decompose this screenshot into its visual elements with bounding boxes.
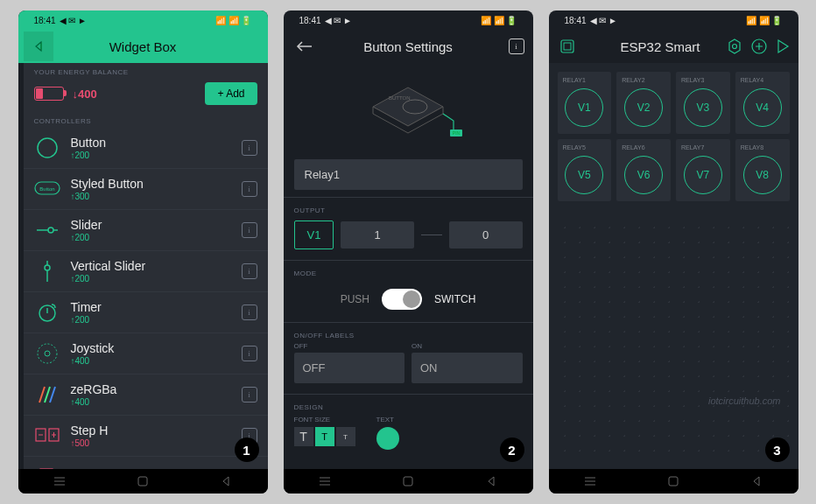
- info-icon[interactable]: i: [242, 140, 257, 156]
- color-picker[interactable]: [376, 427, 399, 450]
- relay-button[interactable]: V6: [624, 156, 663, 194]
- font-large-button[interactable]: T: [294, 427, 313, 446]
- add-icon[interactable]: [751, 38, 767, 54]
- back-nav-icon[interactable]: [221, 476, 231, 486]
- svg-point-0: [38, 138, 57, 158]
- relay-label: RELAY6: [620, 144, 644, 150]
- relay-widget-7[interactable]: RELAY7V7: [676, 139, 730, 201]
- relay-button[interactable]: V7: [684, 156, 722, 194]
- screen3-content: RELAY1V1 RELAY2V2 RELAY3V3 RELAY4V4 RELA…: [549, 63, 798, 469]
- svg-rect-35: [564, 43, 571, 50]
- svg-line-13: [50, 387, 55, 402]
- page-title: ESP32 Smart: [621, 39, 700, 54]
- balance-row: ↓400 + Add: [24, 79, 268, 112]
- home-icon[interactable]: [668, 476, 679, 486]
- font-medium-button[interactable]: T: [315, 427, 334, 446]
- relay-widget-3[interactable]: RELAY3V3: [676, 72, 730, 134]
- relay-button[interactable]: V1: [565, 88, 603, 127]
- add-button[interactable]: + Add: [205, 82, 257, 105]
- joystick-icon: [34, 340, 60, 367]
- divider: [284, 322, 533, 323]
- svg-line-11: [39, 387, 45, 402]
- relay-widget-5[interactable]: RELAY5V5: [558, 139, 612, 201]
- app-bar: Button Settings i: [284, 30, 533, 63]
- settings-icon[interactable]: [727, 38, 742, 54]
- svg-rect-34: [561, 40, 573, 52]
- back-nav-icon[interactable]: [486, 476, 496, 486]
- widget-cost: ↑200: [71, 274, 231, 284]
- font-size-label: FONT SIZE: [294, 416, 355, 424]
- info-icon[interactable]: i: [242, 222, 257, 238]
- widget-name: Styled Button: [71, 177, 231, 191]
- relay-grid: RELAY1V1 RELAY2V2 RELAY3V3 RELAY4V4 RELA…: [549, 63, 798, 210]
- page-title: Widget Box: [109, 39, 177, 54]
- battery-icon: [34, 87, 64, 101]
- pin-selector[interactable]: V1: [294, 220, 334, 249]
- home-icon[interactable]: [403, 476, 413, 486]
- play-icon[interactable]: [776, 38, 790, 54]
- relay-label: RELAY3: [679, 77, 704, 83]
- relay-button[interactable]: V4: [743, 88, 782, 127]
- app-bar: Widget Box: [18, 30, 268, 63]
- svg-rect-24: [138, 477, 147, 486]
- widget-cost: ↑200: [71, 233, 231, 242]
- off-value-input[interactable]: OFF: [294, 353, 405, 383]
- relay-widget-4[interactable]: RELAY4V4: [735, 72, 790, 134]
- page-title: Button Settings: [363, 39, 453, 54]
- info-icon[interactable]: i: [242, 263, 257, 279]
- home-icon[interactable]: [137, 476, 148, 486]
- menu-icon[interactable]: [54, 476, 65, 486]
- relay-widget-2[interactable]: RELAY2V2: [616, 72, 671, 134]
- divider: [284, 394, 533, 395]
- output-section-label: OUTPUT: [284, 201, 533, 217]
- svg-point-9: [38, 344, 57, 363]
- back-arrow-icon[interactable]: [296, 40, 313, 52]
- widget-step-h[interactable]: Step H↑500 i: [24, 416, 268, 457]
- layout-icon[interactable]: [559, 38, 575, 54]
- relay-widget-6[interactable]: RELAY6V6: [616, 139, 671, 201]
- widget-timer[interactable]: Timer↑200 i: [24, 292, 268, 333]
- font-small-button[interactable]: T: [336, 427, 355, 446]
- step-badge: 3: [765, 438, 790, 462]
- styled-button-icon: Button: [34, 176, 60, 202]
- info-icon[interactable]: i: [242, 181, 257, 197]
- back-button[interactable]: [24, 32, 53, 61]
- back-nav-icon[interactable]: [751, 476, 762, 486]
- info-icon[interactable]: i: [242, 304, 257, 320]
- widget-slider[interactable]: Slider↑200 i: [24, 210, 268, 251]
- relay-widget-1[interactable]: RELAY1V1: [558, 72, 612, 134]
- on-value-input[interactable]: ON: [412, 353, 523, 383]
- relay-button[interactable]: V3: [684, 88, 722, 127]
- relay-button[interactable]: V2: [624, 88, 663, 127]
- info-icon[interactable]: i: [242, 387, 257, 402]
- widget-name: Timer: [71, 300, 231, 314]
- menu-icon[interactable]: [585, 476, 595, 486]
- relay-widget-8[interactable]: RELAY8V8: [735, 139, 790, 201]
- widget-joystick[interactable]: Joystick↑400 i: [24, 333, 268, 374]
- mode-toggle[interactable]: [382, 289, 422, 310]
- relay-button[interactable]: V8: [743, 156, 782, 194]
- text-color-label: TEXT: [376, 416, 399, 424]
- relay-name-input[interactable]: Relay1: [294, 159, 523, 190]
- app-bar: ESP32 Smart: [549, 30, 798, 63]
- widget-button[interactable]: Button↑200 i: [24, 128, 268, 169]
- value-off-input[interactable]: 0: [449, 221, 523, 248]
- widget-vertical-slider[interactable]: Vertical Slider↑200 i: [24, 251, 268, 292]
- android-nav: [284, 469, 533, 494]
- widget-cost: ↑400: [71, 397, 231, 407]
- value-on-input[interactable]: 1: [341, 221, 414, 248]
- android-nav: [18, 469, 268, 494]
- grid-background: [558, 220, 790, 460]
- widget-step-v[interactable]: Step V: [24, 457, 268, 469]
- widget-styled-button[interactable]: Button Styled Button↑300 i: [24, 169, 268, 210]
- mode-switch-label: SWITCH: [434, 293, 475, 305]
- relay-label: RELAY2: [620, 77, 644, 83]
- widget-name: Joystick: [71, 341, 231, 355]
- menu-icon[interactable]: [320, 476, 330, 486]
- info-icon[interactable]: i: [242, 346, 257, 361]
- relay-button[interactable]: V5: [565, 156, 603, 194]
- balance-section-label: YOUR ENERGY BALANCE: [24, 63, 268, 79]
- widget-name: Vertical Slider: [71, 259, 231, 273]
- info-icon[interactable]: i: [509, 38, 524, 54]
- widget-zergba[interactable]: zeRGBa↑400 i: [24, 374, 268, 416]
